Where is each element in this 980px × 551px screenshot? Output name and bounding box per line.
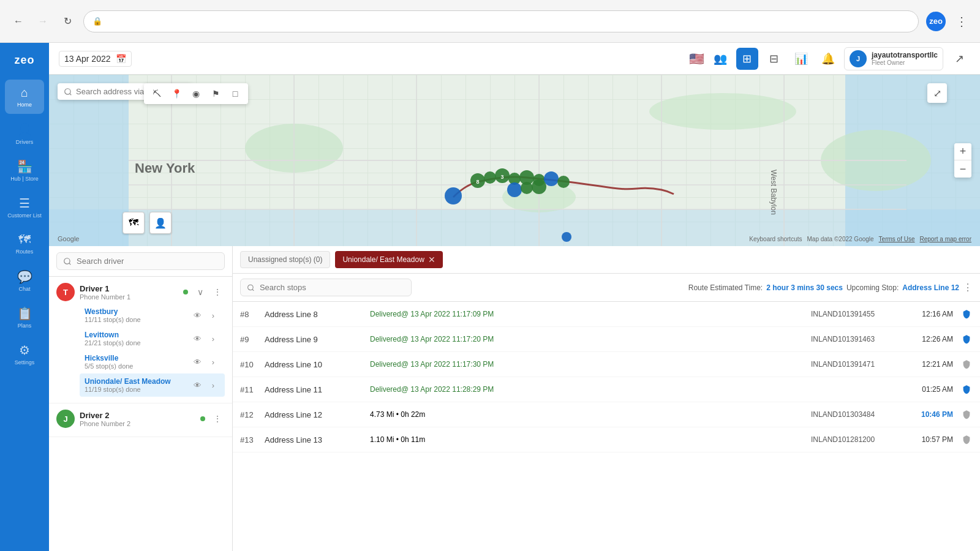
stop-row[interactable]: #10 Address Line 10 Delivered@ 13 Apr 20… <box>233 352 980 377</box>
levittown-arrow[interactable]: › <box>206 332 220 345</box>
sidebar-item-chat[interactable]: 💬 Chat <box>5 263 44 298</box>
svg-point-25 <box>557 176 570 188</box>
uniondale-eye[interactable]: 👁 <box>190 378 204 392</box>
url-bar: 🔒 <box>83 10 919 32</box>
driver-1-item[interactable]: T Driver 1 Phone Number 1 ∨ ⋮ <box>49 277 232 403</box>
stop-row[interactable]: #12 Address Line 12 4.73 Mi • 0h 22m INL… <box>233 402 980 427</box>
driver-1-expand[interactable]: ∨ <box>193 285 208 299</box>
active-route-tab[interactable]: Uniondale/ East Meadow ✕ <box>335 251 442 268</box>
uniondale-route[interactable]: Uniondale/ East Meadow 11/19 stop(s) don… <box>80 373 225 397</box>
westbury-eye[interactable]: 👁 <box>190 309 204 322</box>
map-tool-pin[interactable]: 📍 <box>168 86 184 102</box>
driver-1-name: Driver 1 <box>80 284 178 293</box>
hicksville-arrow[interactable]: › <box>206 355 220 369</box>
driver-search-input[interactable] <box>77 257 218 266</box>
levittown-route[interactable]: Levittown 21/21 stop(s) done 👁 › <box>80 327 225 350</box>
westbury-route[interactable]: Westbury 11/11 stop(s) done 👁 › <box>80 304 225 327</box>
sidebar-item-settings[interactable]: ⚙ Settings <box>5 337 44 371</box>
zoom-in-button[interactable]: + <box>954 143 971 160</box>
route-time[interactable]: 2 hour 3 mins 30 secs <box>766 283 843 292</box>
map-tool-circle[interactable]: ◉ <box>188 86 204 102</box>
stop-search-input[interactable] <box>260 283 405 292</box>
svg-point-32 <box>562 232 571 242</box>
reload-button[interactable]: ↻ <box>59 13 76 30</box>
driver-2-status <box>200 416 205 421</box>
users-view-button[interactable]: 👥 <box>709 48 731 70</box>
browser-menu-button[interactable]: ⋮ <box>953 13 970 30</box>
zoom-out-button[interactable]: − <box>954 160 971 178</box>
driver-search-icon <box>63 257 72 266</box>
svg-point-26 <box>507 182 522 197</box>
driver-1-more[interactable]: ⋮ <box>210 285 225 299</box>
map-layer-btn-2[interactable]: 👤 <box>149 212 172 234</box>
sidebar: zeo ⌂ Home 👤 Drivers 🏪 Hub | Store ☰ Cus… <box>0 43 49 551</box>
route-info: Route Estimated Time: 2 hour 3 mins 30 s… <box>688 282 973 293</box>
stop-panel-tabs: Unassigned stop(s) (0) Uniondale/ East M… <box>233 246 980 274</box>
sidebar-item-hub-store[interactable]: 🏪 Hub | Store <box>5 153 44 187</box>
stop-number: #11 <box>240 385 257 394</box>
report-link[interactable]: Report a map error <box>920 236 971 242</box>
map-tool-square[interactable]: □ <box>227 86 243 102</box>
westbury-arrow[interactable]: › <box>206 309 220 322</box>
upcoming-stop-link[interactable]: Address Line 12 <box>902 283 959 292</box>
stop-shield-icon <box>960 308 973 320</box>
back-button[interactable]: ← <box>10 13 27 30</box>
unassigned-tab[interactable]: Unassigned stop(s) (0) <box>240 251 330 268</box>
route-info-more[interactable]: ⋮ <box>963 282 973 293</box>
stop-row[interactable]: #9 Address Line 9 Delivered@ 13 Apr 2022… <box>233 327 980 352</box>
sidebar-item-routes[interactable]: 🗺 Routes <box>5 227 44 261</box>
stop-row[interactable]: #8 Address Line 8 Delivered@ 13 Apr 2022… <box>233 302 980 327</box>
sidebar-item-plans[interactable]: 📋 Plans <box>5 300 44 334</box>
list-icon: ☰ <box>19 196 30 211</box>
sidebar-item-customer-list[interactable]: ☰ Customer List <box>5 190 44 224</box>
share-button[interactable]: ↗ <box>948 48 970 70</box>
grid-view-button[interactable]: ⊞ <box>736 48 758 70</box>
stop-status: Delivered@ 13 Apr 2022 11:17:20 PM <box>370 335 804 343</box>
uniondale-arrow[interactable]: › <box>206 378 220 392</box>
hicksville-route[interactable]: Hicksville 5/5 stop(s) done 👁 › <box>80 350 225 373</box>
stop-status: 4.73 Mi • 0h 22m <box>370 410 804 419</box>
stop-number: #9 <box>240 335 257 344</box>
table-view-button[interactable]: ⊟ <box>763 48 785 70</box>
stop-time: 12:26 AM <box>904 335 953 343</box>
notification-button[interactable]: 🔔 <box>817 48 839 70</box>
user-text: jayautotransportllc Fleet Owner <box>872 51 938 66</box>
driver-1-phone: Phone Number 1 <box>80 293 178 301</box>
terms-link[interactable]: Terms of Use <box>879 236 915 242</box>
stop-shield-icon <box>960 333 973 345</box>
stop-row[interactable]: #11 Address Line 11 Delivered@ 13 Apr 20… <box>233 377 980 402</box>
stop-shield-icon <box>960 383 973 395</box>
svg-point-27 <box>521 182 533 194</box>
stop-order-id: INLAND101391455 <box>811 310 897 318</box>
map-layer-btn-1[interactable]: 🗺 <box>123 212 145 234</box>
forward-button[interactable]: → <box>34 13 51 30</box>
stop-row[interactable]: #13 Address Line 13 1.10 Mi • 0h 11m INL… <box>233 427 980 452</box>
app-container: zeo ⌂ Home 👤 Drivers 🏪 Hub | Store ☰ Cus… <box>0 43 980 551</box>
map-tool-flag[interactable]: ⚑ <box>208 86 224 102</box>
driver-search-field[interactable] <box>56 252 225 270</box>
stop-time: 01:25 AM <box>904 385 953 394</box>
svg-point-29 <box>445 187 462 204</box>
close-tab-button[interactable]: ✕ <box>428 255 435 264</box>
map-tool-cursor[interactable]: ⛏ <box>149 86 165 102</box>
driver-2-more[interactable]: ⋮ <box>210 411 225 426</box>
levittown-eye[interactable]: 👁 <box>190 332 204 345</box>
sidebar-item-drivers[interactable]: 👤 Drivers <box>5 116 44 151</box>
user-info: J jayautotransportllc Fleet Owner <box>844 47 943 70</box>
chat-icon: 💬 <box>17 269 32 284</box>
stop-shield-icon <box>960 433 973 446</box>
svg-point-38 <box>248 285 254 290</box>
map-fullscreen-button[interactable]: ⤢ <box>927 83 947 103</box>
stop-status: 1.10 Mi • 0h 11m <box>370 435 804 444</box>
driver-2-item[interactable]: J Driver 2 Phone Number 2 ⋮ <box>49 403 232 437</box>
settings-icon: ⚙ <box>19 343 30 358</box>
stop-search-field[interactable] <box>240 279 412 296</box>
svg-point-34 <box>65 88 70 94</box>
chart-view-button[interactable]: 📊 <box>790 48 812 70</box>
svg-line-37 <box>69 263 71 264</box>
stop-number: #8 <box>240 310 257 319</box>
hicksville-eye[interactable]: 👁 <box>190 355 204 369</box>
plans-icon: 📋 <box>17 306 32 321</box>
sidebar-item-home[interactable]: ⌂ Home <box>5 80 44 114</box>
stop-number: #12 <box>240 410 257 419</box>
